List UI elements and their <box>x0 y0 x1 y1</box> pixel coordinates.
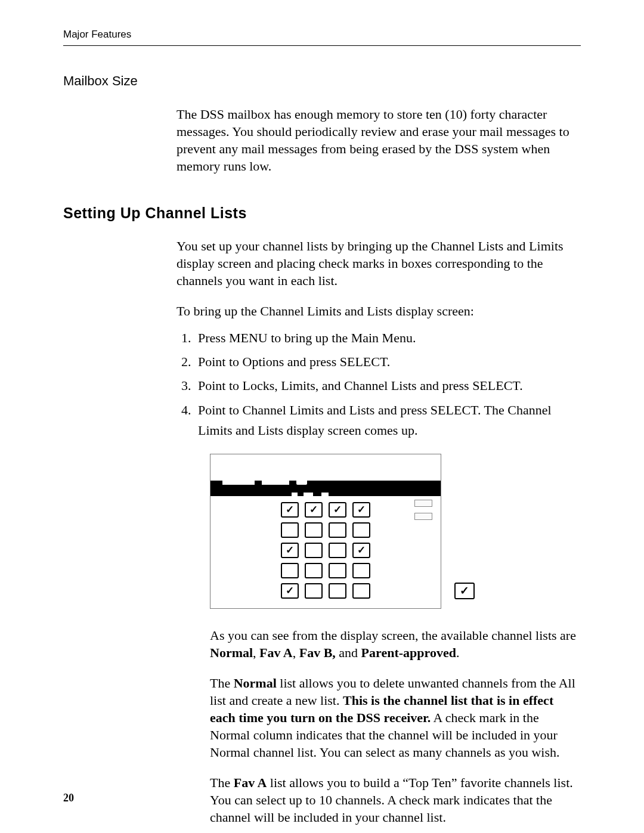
after-paragraph-1: As you can see from the display screen, … <box>210 627 581 661</box>
after-paragraph-2: The Normal list allows you to delete unw… <box>210 674 581 761</box>
checkbox-icon <box>305 563 323 578</box>
callout-checkbox-icon <box>454 583 475 599</box>
checkbox-icon <box>281 563 299 578</box>
step-item: Point to Channel Limits and Lists and pr… <box>194 400 581 441</box>
section-heading: Setting Up Channel Lists <box>63 205 581 222</box>
running-header: Major Features <box>63 29 581 46</box>
checkbox-icon <box>352 583 370 599</box>
checkbox-icon <box>352 502 370 518</box>
mailbox-size-heading: Mailbox Size <box>63 73 581 89</box>
checkbox-icon <box>329 543 346 558</box>
section-lead: To bring up the Channel Limits and Lists… <box>177 302 581 320</box>
checkbox-icon <box>352 543 370 558</box>
checkbox-icon <box>281 522 299 538</box>
checkbox-icon <box>352 563 370 578</box>
checkbox-icon <box>305 522 323 538</box>
figure-block: As you can see from the display screen, … <box>210 454 581 833</box>
checkbox-icon <box>305 583 323 599</box>
channel-lists-screenshot <box>210 454 441 609</box>
checkbox-icon <box>281 583 299 599</box>
checkbox-icon <box>281 543 299 558</box>
after-paragraph-3: The Fav A list allows you to build a “To… <box>210 774 581 826</box>
mailbox-size-paragraph: The DSS mailbox has enough memory to sto… <box>177 106 581 175</box>
step-item: Point to Locks, Limits, and Channel List… <box>194 376 581 396</box>
checkbox-icon <box>305 543 323 558</box>
step-item: Press MENU to bring up the Main Menu. <box>194 328 581 348</box>
checkbox-icon <box>329 502 346 518</box>
steps-list: Press MENU to bring up the Main Menu. Po… <box>177 328 581 440</box>
checkbox-icon <box>305 502 323 518</box>
checkbox-icon <box>281 502 299 518</box>
screenshot-header-bar <box>210 481 441 496</box>
checkbox-grid <box>210 496 441 599</box>
page-number: 20 <box>63 792 74 804</box>
checkbox-icon <box>329 522 346 538</box>
document-page: Major Features Mailbox Size The DSS mail… <box>0 0 644 833</box>
checkbox-icon <box>352 522 370 538</box>
checkbox-icon <box>329 563 346 578</box>
section-intro: You set up your channel lists by bringin… <box>177 237 581 289</box>
step-item: Point to Options and press SELECT. <box>194 352 581 372</box>
screenshot-side-bars <box>414 500 432 526</box>
checkbox-icon <box>329 583 346 599</box>
